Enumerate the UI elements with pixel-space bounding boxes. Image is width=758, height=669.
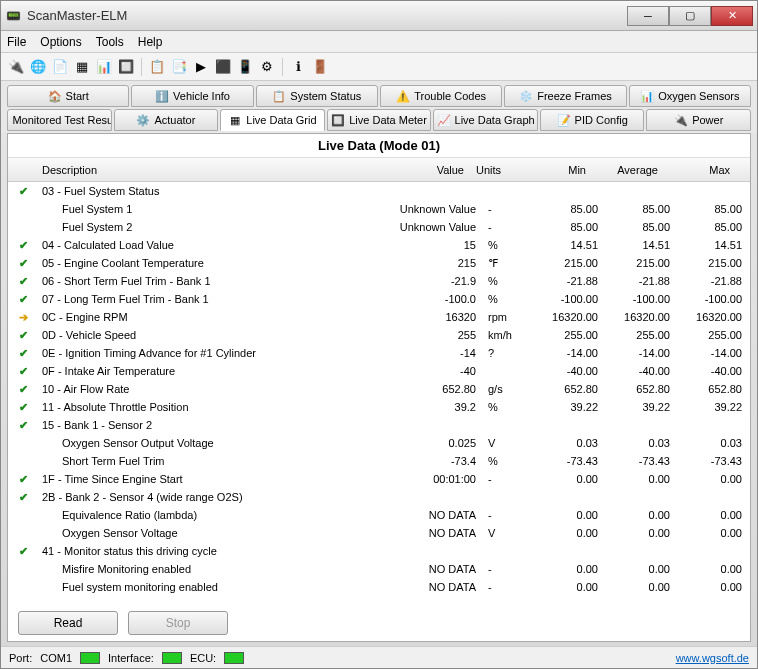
menu-options[interactable]: Options xyxy=(40,35,81,49)
tb-paste-icon[interactable]: 📑 xyxy=(170,58,188,76)
tb-connect-icon[interactable]: 🔌 xyxy=(7,58,25,76)
titlebar[interactable]: 📟 ScanMaster-ELM ─ ▢ ✕ xyxy=(1,1,757,31)
cell-max: -21.88 xyxy=(678,275,750,287)
minimize-button[interactable]: ─ xyxy=(627,6,669,26)
menu-help[interactable]: Help xyxy=(138,35,163,49)
cell-max: -73.43 xyxy=(678,455,750,467)
table-row[interactable]: ✔07 - Long Term Fuel Trim - Bank 1-100.0… xyxy=(8,290,750,308)
menu-tools[interactable]: Tools xyxy=(96,35,124,49)
table-row[interactable]: ✔0D - Vehicle Speed255km/h255.00255.0025… xyxy=(8,326,750,344)
tab-pid-config[interactable]: 📝PID Config xyxy=(540,109,645,131)
tb-gear-icon[interactable]: ⚙ xyxy=(258,58,276,76)
row-icon: ✔ xyxy=(8,275,38,288)
table-row[interactable]: ✔03 - Fuel System Status xyxy=(8,182,750,200)
cell-avg: 85.00 xyxy=(606,203,678,215)
table-row[interactable]: ✔1F - Time Since Engine Start00:01:00-0.… xyxy=(8,470,750,488)
tb-squares-icon[interactable]: 🔲 xyxy=(117,58,135,76)
cell-value: NO DATA xyxy=(394,581,484,593)
table-row[interactable]: ✔10 - Air Flow Rate652.80g/s652.80652.80… xyxy=(8,380,750,398)
port-led-icon xyxy=(80,652,100,664)
tb-doc-icon[interactable]: 📄 xyxy=(51,58,69,76)
table-row[interactable]: ✔06 - Short Term Fuel Trim - Bank 1-21.9… xyxy=(8,272,750,290)
status-link[interactable]: www.wgsoft.de xyxy=(676,652,749,664)
table-row[interactable]: Fuel System 1Unknown Value-85.0085.0085.… xyxy=(8,200,750,218)
cell-units: - xyxy=(484,221,534,233)
tab-live-data-grid[interactable]: ▦Live Data Grid xyxy=(220,109,325,131)
table-row[interactable]: ✔2B - Bank 2 - Sensor 4 (wide range O2S) xyxy=(8,488,750,506)
row-icon: ✔ xyxy=(8,329,38,342)
cell-min: 85.00 xyxy=(534,221,606,233)
stop-button[interactable]: Stop xyxy=(128,611,228,635)
tab-live-data-graph[interactable]: 📈Live Data Graph xyxy=(433,109,538,131)
row-icon: ✔ xyxy=(8,365,38,378)
cell-units: ? xyxy=(484,347,534,359)
table-row[interactable]: Fuel System 2Unknown Value-85.0085.0085.… xyxy=(8,218,750,236)
tab-monitored-test-results[interactable]: 🔘Monitored Test Results xyxy=(7,109,112,131)
table-row[interactable]: ✔41 - Monitor status this driving cycle xyxy=(8,542,750,560)
tb-device-icon[interactable]: 📱 xyxy=(236,58,254,76)
toolbar: 🔌 🌐 📄 ▦ 📊 🔲 📋 📑 ▶ ⬛ 📱 ⚙ ℹ 🚪 xyxy=(1,53,757,81)
tab-vehicle-info[interactable]: ℹ️Vehicle Info xyxy=(131,85,253,107)
table-row[interactable]: ✔05 - Engine Coolant Temperature215℉215.… xyxy=(8,254,750,272)
cell-avg: 255.00 xyxy=(606,329,678,341)
tb-play-icon[interactable]: ▶ xyxy=(192,58,210,76)
tab-system-status[interactable]: 📋System Status xyxy=(256,85,378,107)
table-row[interactable]: ✔15 - Bank 1 - Sensor 2 xyxy=(8,416,750,434)
maximize-button[interactable]: ▢ xyxy=(669,6,711,26)
hdr-units[interactable]: Units xyxy=(472,164,522,176)
table-row[interactable]: ✔0F - Intake Air Temperature-40-40.00-40… xyxy=(8,362,750,380)
tb-info-icon[interactable]: ℹ xyxy=(289,58,307,76)
tab-actuator[interactable]: ⚙️Actuator xyxy=(114,109,219,131)
table-row[interactable]: Misfire Monitoring enabledNO DATA-0.000.… xyxy=(8,560,750,578)
tb-sep xyxy=(141,58,142,76)
table-row[interactable]: ✔04 - Calculated Load Value15%14.5114.51… xyxy=(8,236,750,254)
tb-chart-icon[interactable]: 📊 xyxy=(95,58,113,76)
tab-start[interactable]: 🏠Start xyxy=(7,85,129,107)
hdr-desc[interactable]: Description xyxy=(38,164,382,176)
table-row[interactable]: Equivalence Ratio (lambda)NO DATA-0.000.… xyxy=(8,506,750,524)
table-row[interactable]: ✔11 - Absolute Throttle Position39.2%39.… xyxy=(8,398,750,416)
tab-live-data-meter[interactable]: 🔲Live Data Meter xyxy=(327,109,432,131)
hdr-val[interactable]: Value xyxy=(382,164,472,176)
row-icon: ➔ xyxy=(8,311,38,324)
tab-oxygen-sensors[interactable]: 📊Oxygen Sensors xyxy=(629,85,751,107)
table-row[interactable]: ➔0C - Engine RPM16320rpm16320.0016320.00… xyxy=(8,308,750,326)
cell-max: -100.00 xyxy=(678,293,750,305)
table-row[interactable]: Fuel system monitoring enabledNO DATA-0.… xyxy=(8,578,750,596)
cell-desc: Fuel System 2 xyxy=(38,221,394,233)
tab-trouble-codes[interactable]: ⚠️Trouble Codes xyxy=(380,85,502,107)
menu-file[interactable]: File xyxy=(7,35,26,49)
tb-exit-icon[interactable]: 🚪 xyxy=(311,58,329,76)
grid-body[interactable]: ✔03 - Fuel System StatusFuel System 1Unk… xyxy=(8,182,750,605)
status-interface-label: Interface: xyxy=(108,652,154,664)
cell-max: 255.00 xyxy=(678,329,750,341)
cell-desc: 07 - Long Term Fuel Trim - Bank 1 xyxy=(38,293,394,305)
cell-value: NO DATA xyxy=(394,563,484,575)
tb-grid-icon[interactable]: ▦ xyxy=(73,58,91,76)
table-row[interactable]: Oxygen Sensor Output Voltage0.025V0.030.… xyxy=(8,434,750,452)
menubar: File Options Tools Help xyxy=(1,31,757,53)
tab-power[interactable]: 🔌Power xyxy=(646,109,751,131)
tb-copy-icon[interactable]: 📋 xyxy=(148,58,166,76)
cell-desc: 1F - Time Since Engine Start xyxy=(38,473,394,485)
hdr-avg[interactable]: Average xyxy=(594,164,666,176)
tab-icon: 📝 xyxy=(557,113,571,127)
cell-max: -40.00 xyxy=(678,365,750,377)
tb-terminal-icon[interactable]: ⬛ xyxy=(214,58,232,76)
table-row[interactable]: ✔0E - Ignition Timing Advance for #1 Cyl… xyxy=(8,344,750,362)
tab-freeze-frames[interactable]: ❄️Freeze Frames xyxy=(504,85,626,107)
table-row[interactable]: Short Term Fuel Trim-73.4%-73.43-73.43-7… xyxy=(8,452,750,470)
tb-globe-icon[interactable]: 🌐 xyxy=(29,58,47,76)
cell-value: -40 xyxy=(394,365,484,377)
cell-desc: 0E - Ignition Timing Advance for #1 Cyli… xyxy=(38,347,394,359)
tabs-area: 🏠Startℹ️Vehicle Info📋System Status⚠️Trou… xyxy=(1,81,757,133)
read-button[interactable]: Read xyxy=(18,611,118,635)
tab-icon: 📋 xyxy=(272,89,286,103)
row-icon: ✔ xyxy=(8,293,38,306)
close-button[interactable]: ✕ xyxy=(711,6,753,26)
hdr-max[interactable]: Max xyxy=(666,164,738,176)
hdr-min[interactable]: Min xyxy=(522,164,594,176)
table-row[interactable]: Oxygen Sensor VoltageNO DATAV0.000.000.0… xyxy=(8,524,750,542)
cell-value: Unknown Value xyxy=(394,221,484,233)
row-icon: ✔ xyxy=(8,257,38,270)
